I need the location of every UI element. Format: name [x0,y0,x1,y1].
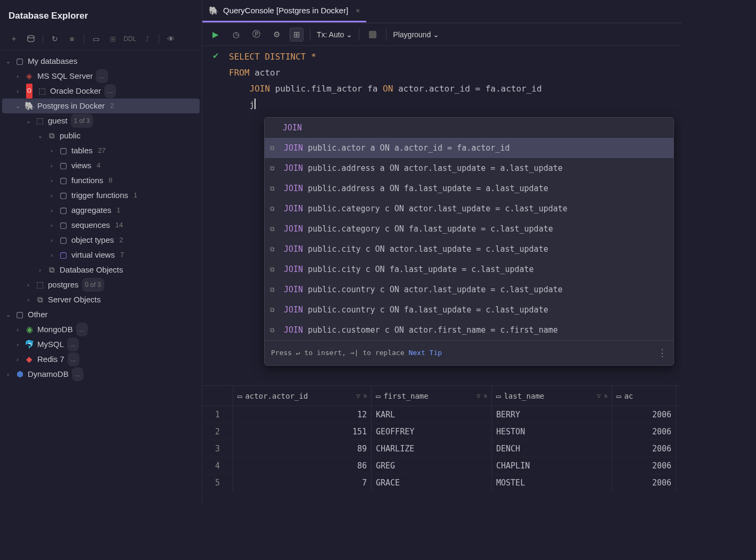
view-options-icon[interactable]: 👁 [165,33,177,45]
table-row[interactable]: 112KARLBERRY2006 [202,406,681,423]
tree-label: object types [71,233,114,247]
cell-last-name[interactable]: CHAPLIN [492,457,612,474]
datasource-icon[interactable] [24,33,37,45]
cell-first-name[interactable]: GEOFFREY [372,423,492,440]
cell-actor-id[interactable]: 12 [233,406,372,423]
sort-icon[interactable]: ⇅ [604,392,607,399]
cell-actor-id[interactable]: 89 [233,440,372,457]
sort-icon[interactable]: ⇅ [483,392,487,399]
folder-icon: ▢ [59,205,68,215]
autocomplete-item[interactable]: ⧉JOIN public.category c ON fa.last_updat… [265,219,673,239]
schema-dropdown[interactable]: Playground ⌄ [393,30,439,39]
autocomplete-item[interactable]: ⧉JOIN public.city c ON actor.last_update… [265,239,673,259]
refresh-icon[interactable]: ↻ [48,33,61,45]
tree-item-functions[interactable]: › ▢ functions 8 [2,173,200,188]
sql-editor[interactable]: SELECT DISTINCT * FROM actor JOIN public… [229,46,681,385]
stop-icon[interactable]: ■ [65,33,78,45]
chevron-right-icon: › [48,159,55,172]
tree-item-public-schema[interactable]: ⌄ ⧉ public [2,128,200,143]
more-icon[interactable]: ⋮ [658,345,667,361]
autocomplete-item[interactable]: ⧉JOIN public.address a ON fa.last_update… [265,178,673,199]
column-header-actor-id[interactable]: ▭ actor.actor_id ▽ ⇅ [233,386,372,406]
in-editor-results-icon[interactable]: ⊞ [290,28,303,42]
tree-item-mssql[interactable]: › ◈ MS SQL Server ... [2,69,200,84]
table-row[interactable]: 2151GEOFFREYHESTON2006 [202,423,681,440]
column-icon: ▭ [237,392,242,400]
filter-icon[interactable]: ▽ [597,392,601,400]
close-icon[interactable]: × [356,6,360,15]
cell-actor-id[interactable]: 7 [233,474,372,491]
tree-item-postgres-db[interactable]: › ⬚ postgres 0 of 3 [2,277,200,292]
tree-group-other[interactable]: ⌄ ▢ Other [2,307,200,322]
cell-first-name[interactable]: CHARLIZE [372,440,492,457]
cell-year[interactable]: 2006 [612,440,676,457]
tree-item-database-objects[interactable]: › ⧉ Database Objects [2,262,200,277]
results-table[interactable]: ▭ actor.actor_id ▽ ⇅ ▭ first_name ▽ ⇅ ▭ … [202,386,681,505]
tree-item-oracle[interactable]: › O ⬚ Oracle Docker ... [2,84,200,98]
autocomplete-item[interactable]: ⧉JOIN public.city c ON fa.last_update = … [265,259,673,279]
tree-item-redis[interactable]: › ◆ Redis 7 ... [2,352,200,367]
tree-item-mongodb[interactable]: › ◉ MongoDB ... [2,322,200,337]
filter-icon[interactable]: ▽ [356,392,360,400]
cell-actor-id[interactable]: 151 [233,423,372,440]
cell-first-name[interactable]: GREG [372,457,492,474]
autocomplete-popup: JOIN ⧉JOIN public.actor a ON a.actor_id … [264,117,674,366]
row-number-column[interactable] [202,386,233,406]
cell-last-name[interactable]: DENCH [492,440,612,457]
autocomplete-item[interactable]: ⧉JOIN public.country c ON actor.last_upd… [265,279,673,300]
cell-year[interactable]: 2006 [612,474,676,491]
diagnose-icon[interactable]: ▭ [89,33,102,45]
history-icon[interactable]: ◷ [229,28,243,42]
cell-last-name[interactable]: MOSTEL [492,474,612,491]
chevron-right-icon: › [24,278,32,292]
tree-item-virtual-views[interactable]: › ▢ virtual views 7 [2,248,200,262]
tx-mode-dropdown[interactable]: Tx: Auto ⌄ [317,30,352,39]
stop-button[interactable] [366,28,380,42]
explain-plan-icon[interactable]: Ⓟ [249,28,263,42]
table-row[interactable]: 389CHARLIZEDENCH2006 [202,440,681,457]
cell-year[interactable]: 2006 [612,457,676,474]
cell-last-name[interactable]: HESTON [492,423,612,440]
autocomplete-item[interactable]: ⧉JOIN public.category c ON actor.last_up… [265,199,673,219]
ddl-button[interactable]: DDL [124,33,136,45]
tab-query-console[interactable]: 🐘 QueryConsole [Postgres in Docker] × [202,0,366,22]
join-icon: ⧉ [270,180,280,196]
tree-item-sequences[interactable]: › ▢ sequences 14 [2,218,200,233]
tree-item-mysql[interactable]: › 🐬 MySQL ... [2,337,200,352]
autocomplete-item[interactable]: ⧉JOIN public.actor a ON a.actor_id = fa.… [265,138,673,158]
cell-last-name[interactable]: BERRY [492,406,612,423]
cell-first-name[interactable]: GRACE [372,474,492,491]
folder-icon: ▢ [59,250,68,260]
tree-group-my-databases[interactable]: ⌄ ▢ My databases [2,54,200,69]
tree-item-server-objects[interactable]: › ⧉ Server Objects [2,292,200,307]
table-row[interactable]: 57GRACEMOSTEL2006 [202,474,681,491]
tree-item-object-types[interactable]: › ▢ object types 2 [2,233,200,248]
column-header-ac[interactable]: ▭ ac [612,386,676,406]
run-icon[interactable]: ▶ [209,28,223,42]
column-header-last-name[interactable]: ▭ last_name ▽ ⇅ [492,386,612,406]
autocomplete-item[interactable]: ⧉JOIN public.address a ON actor.last_upd… [265,158,673,178]
autocomplete-item[interactable]: ⧉JOIN public.customer c ON actor.first_n… [265,320,673,340]
cell-year[interactable]: 2006 [612,406,676,423]
cell-first-name[interactable]: KARL [372,406,492,423]
settings-icon[interactable]: ⚙ [269,28,283,42]
nav-icon[interactable]: ⤴ [141,33,153,45]
column-header-first-name[interactable]: ▭ first_name ▽ ⇅ [372,386,492,406]
autocomplete-item[interactable]: ⧉JOIN public.country c ON fa.last_update… [265,300,673,320]
cell-actor-id[interactable]: 86 [233,457,372,474]
table-view-icon[interactable]: ⊞ [106,33,119,45]
add-icon[interactable]: ＋ [7,33,20,45]
cell-year[interactable]: 2006 [612,423,676,440]
tree-item-dynamodb[interactable]: › ⬢ DynamoDB ... [2,367,200,382]
tree-item-guest[interactable]: ⌄ ⬚ guest 1 of 3 [2,113,200,128]
tree-label: guest [48,114,68,128]
filter-icon[interactable]: ▽ [476,392,480,400]
tree-item-views[interactable]: › ▢ views 4 [2,158,200,173]
tree-item-aggregates[interactable]: › ▢ aggregates 1 [2,203,200,218]
tree-item-tables[interactable]: › ▢ tables 27 [2,143,200,158]
sort-icon[interactable]: ⇅ [363,392,367,399]
table-row[interactable]: 486GREGCHAPLIN2006 [202,457,681,474]
tree-item-postgres-docker[interactable]: ⌄ 🐘 Postgres in Docker 2 [2,98,200,113]
next-tip-link[interactable]: Next Tip [408,345,442,361]
tree-item-trigger-functions[interactable]: › ▢ trigger functions 1 [2,188,200,203]
